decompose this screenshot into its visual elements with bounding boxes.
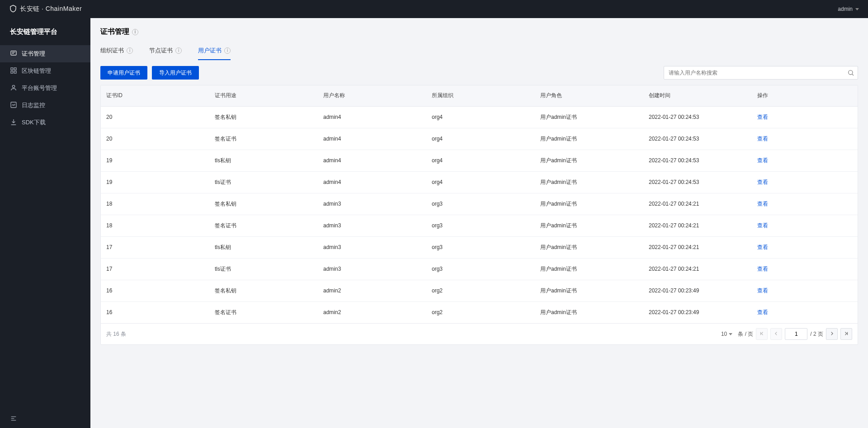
cell-id: 18 — [101, 193, 209, 215]
cell-user: admin4 — [318, 128, 426, 150]
view-link[interactable]: 查看 — [757, 287, 768, 294]
col-action: 操作 — [752, 85, 858, 106]
cell-created: 2022-01-27 00:24:53 — [643, 150, 752, 171]
next-icon — [830, 331, 834, 337]
sidebar-item-logs[interactable]: 日志监控 — [0, 97, 90, 114]
cell-org: org4 — [426, 128, 535, 150]
import-cert-button[interactable]: 导入用户证书 — [152, 66, 199, 80]
user-name: admin — [838, 6, 853, 12]
sidebar-item-accounts[interactable]: 平台账号管理 — [0, 80, 90, 97]
page-prev-button[interactable] — [770, 328, 782, 340]
info-icon[interactable]: i — [175, 47, 182, 54]
user-menu[interactable]: admin — [838, 6, 859, 12]
page-last-button[interactable] — [840, 328, 852, 340]
cell-org: org3 — [426, 236, 535, 258]
cell-usage: tls证书 — [209, 258, 318, 280]
sidebar-item-cert[interactable]: 证书管理 — [0, 45, 90, 62]
table-row: 20签名证书admin4org4用户admin证书2022-01-27 00:2… — [101, 128, 858, 150]
cell-id: 19 — [101, 150, 209, 171]
cell-org: org2 — [426, 280, 535, 301]
tab-label: 用户证书 — [198, 47, 222, 55]
cell-role: 用户admin证书 — [535, 301, 643, 323]
tab-org-cert[interactable]: 组织证书 i — [100, 44, 133, 60]
sidebar-item-label: 平台账号管理 — [22, 84, 57, 92]
view-link[interactable]: 查看 — [757, 114, 768, 120]
cell-action: 查看 — [752, 215, 858, 236]
sidebar-item-label: 日志监控 — [22, 101, 45, 109]
search-wrap — [664, 66, 858, 80]
brand-text: 长安链 · ChainMaker — [20, 5, 82, 13]
topbar: 长安链 · ChainMaker admin — [0, 0, 868, 18]
toolbar: 申请用户证书 导入用户证书 — [97, 61, 862, 85]
total-pages: / 2 页 — [810, 330, 823, 338]
page-first-button[interactable] — [756, 328, 768, 340]
cell-created: 2022-01-27 00:24:53 — [643, 171, 752, 193]
page-title: 证书管理 — [100, 27, 129, 37]
caret-down-icon — [729, 333, 732, 335]
view-link[interactable]: 查看 — [757, 266, 768, 272]
search-icon[interactable] — [847, 69, 854, 76]
tab-user-cert[interactable]: 用户证书 i — [198, 44, 231, 60]
col-user: 用户名称 — [318, 85, 426, 106]
total-count: 16 — [113, 331, 119, 337]
view-link[interactable]: 查看 — [757, 201, 768, 207]
cell-usage: tls私钥 — [209, 236, 318, 258]
page-title-row: 证书管理 i — [97, 24, 862, 39]
cell-created: 2022-01-27 00:24:21 — [643, 258, 752, 280]
info-icon[interactable]: i — [224, 47, 231, 54]
chain-icon — [10, 67, 17, 75]
sidebar-item-label: SDK下载 — [22, 118, 46, 127]
cell-user: admin3 — [318, 236, 426, 258]
cell-usage: tls证书 — [209, 171, 318, 193]
svg-rect-3 — [11, 71, 13, 73]
per-page-label: 条 / 页 — [738, 330, 753, 338]
cell-action: 查看 — [752, 236, 858, 258]
cell-org: org3 — [426, 258, 535, 280]
cell-org: org3 — [426, 193, 535, 215]
view-link[interactable]: 查看 — [757, 136, 768, 142]
prev-icon — [774, 331, 778, 337]
info-icon[interactable]: i — [127, 47, 133, 54]
sidebar-item-chain[interactable]: 区块链管理 — [0, 62, 90, 80]
sidebar: 长安链管理平台 证书管理 区块链管理 平台账号管理 日志监控 SDK下载 — [0, 18, 90, 428]
cell-action: 查看 — [752, 171, 858, 193]
view-link[interactable]: 查看 — [757, 179, 768, 185]
view-link[interactable]: 查看 — [757, 157, 768, 164]
table: 证书ID 证书用途 用户名称 所属组织 用户角色 创建时间 操作 20签名私钥a… — [100, 85, 858, 345]
cell-usage: 签名证书 — [209, 215, 318, 236]
view-link[interactable]: 查看 — [757, 309, 768, 315]
sidebar-collapse[interactable] — [0, 410, 90, 428]
svg-point-7 — [849, 71, 853, 75]
last-icon — [844, 331, 849, 337]
search-input[interactable] — [664, 66, 858, 80]
view-link[interactable]: 查看 — [757, 222, 768, 229]
table-row: 16签名证书admin2org2用户admin证书2022-01-27 00:2… — [101, 301, 858, 323]
info-icon[interactable]: i — [132, 29, 138, 35]
sidebar-item-sdk[interactable]: SDK下载 — [0, 114, 90, 131]
view-link[interactable]: 查看 — [757, 244, 768, 250]
user-icon — [10, 84, 17, 93]
cell-role: 用户admin证书 — [535, 236, 643, 258]
cell-id: 19 — [101, 171, 209, 193]
collapse-icon — [10, 415, 17, 423]
cell-org: org3 — [426, 215, 535, 236]
cell-id: 17 — [101, 258, 209, 280]
cell-id: 16 — [101, 301, 209, 323]
cell-created: 2022-01-27 00:24:21 — [643, 236, 752, 258]
page-input[interactable] — [785, 328, 807, 340]
brand: 长安链 · ChainMaker — [9, 5, 82, 14]
cell-action: 查看 — [752, 106, 858, 128]
cell-user: admin4 — [318, 150, 426, 171]
cell-usage: 签名私钥 — [209, 106, 318, 128]
cell-created: 2022-01-27 00:24:53 — [643, 106, 752, 128]
total-suffix: 条 — [121, 330, 126, 338]
page-size-select[interactable]: 10 — [721, 331, 732, 337]
cell-usage: 签名证书 — [209, 128, 318, 150]
apply-cert-button[interactable]: 申请用户证书 — [100, 66, 147, 80]
cell-usage: 签名证书 — [209, 301, 318, 323]
tab-node-cert[interactable]: 节点证书 i — [149, 44, 182, 60]
page-next-button[interactable] — [826, 328, 838, 340]
cell-user: admin4 — [318, 171, 426, 193]
svg-rect-1 — [11, 68, 13, 70]
logo-icon — [9, 5, 17, 14]
